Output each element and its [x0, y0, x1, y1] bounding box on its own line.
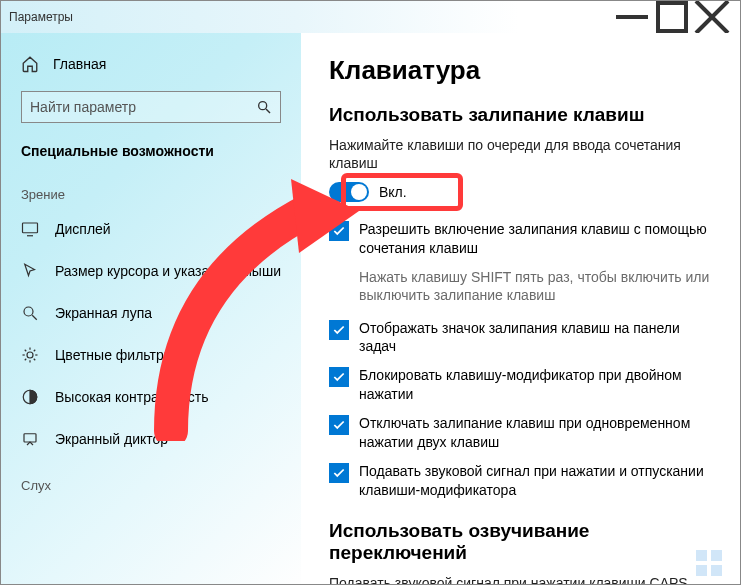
sidebar-item-display[interactable]: Дисплей [1, 208, 301, 250]
sidebar-item-label: Дисплей [55, 221, 111, 237]
sidebar-item-label: Высокая контрастность [55, 389, 208, 405]
svg-line-18 [34, 350, 36, 352]
sticky-keys-toggle[interactable] [329, 182, 369, 202]
check-sound-label: Подавать звуковой сигнал при нажатии и о… [359, 462, 712, 500]
toggle-label: Вкл. [379, 184, 407, 200]
svg-rect-20 [24, 434, 36, 442]
check-lock-label: Блокировать клавишу-модификатор при двой… [359, 366, 712, 404]
sidebar: Главная Специальные возможности Зрение Д… [1, 33, 301, 584]
content-pane: Клавиатура Использовать залипание клавиш… [301, 33, 740, 584]
minimize-button[interactable] [612, 3, 652, 31]
page-title: Клавиатура [329, 55, 712, 86]
check-shortcut-label: Разрешить включение залипания клавиш с п… [359, 220, 712, 258]
close-button[interactable] [692, 3, 732, 31]
sidebar-item-high-contrast[interactable]: Высокая контрастность [1, 376, 301, 418]
sidebar-item-label: Размер курсора и указателя мыши [55, 263, 281, 279]
display-icon [21, 220, 39, 238]
sidebar-item-narrator[interactable]: Экранный диктор [1, 418, 301, 460]
sidebar-item-label: Экранный диктор [55, 431, 168, 447]
titlebar: Параметры [1, 1, 740, 33]
home-label: Главная [53, 56, 106, 72]
svg-line-16 [34, 359, 36, 361]
home-nav[interactable]: Главная [1, 47, 301, 81]
svg-line-15 [25, 350, 27, 352]
svg-line-17 [25, 359, 27, 361]
sidebar-item-cursor[interactable]: Размер курсора и указателя мыши [1, 250, 301, 292]
svg-rect-6 [23, 223, 38, 233]
check-shortcut[interactable] [329, 221, 349, 241]
sun-icon [21, 346, 39, 364]
svg-point-8 [24, 307, 33, 316]
sticky-keys-desc: Нажимайте клавиши по очереди для ввода с… [329, 136, 712, 172]
cursor-icon [21, 262, 39, 280]
check-lock-modifier[interactable] [329, 367, 349, 387]
sidebar-item-label: Цветные фильтры [55, 347, 174, 363]
check-taskbar-icon[interactable] [329, 320, 349, 340]
group-hearing: Слух [1, 460, 301, 499]
toggle-keys-heading: Использовать озвучивание переключений [329, 520, 712, 564]
contrast-icon [21, 388, 39, 406]
svg-rect-1 [658, 3, 686, 31]
window-title: Параметры [9, 10, 612, 24]
maximize-button[interactable] [652, 3, 692, 31]
sidebar-item-label: Экранная лупа [55, 305, 152, 321]
svg-point-10 [27, 352, 33, 358]
home-icon [21, 55, 39, 73]
search-box[interactable] [21, 91, 281, 123]
magnifier-icon [21, 304, 39, 322]
narrator-icon [21, 430, 39, 448]
check-taskbar-label: Отображать значок залипания клавиш на па… [359, 319, 712, 357]
svg-line-9 [32, 315, 37, 320]
section-heading: Специальные возможности [1, 137, 301, 169]
group-vision: Зрение [1, 169, 301, 208]
sidebar-item-magnifier[interactable]: Экранная лупа [1, 292, 301, 334]
sticky-keys-heading: Использовать залипание клавиш [329, 104, 712, 126]
check-turnoff-two-keys[interactable] [329, 415, 349, 435]
watermark-icon [696, 550, 722, 576]
svg-point-4 [259, 102, 267, 110]
sidebar-item-color-filters[interactable]: Цветные фильтры [1, 334, 301, 376]
check-sound-modifier[interactable] [329, 463, 349, 483]
toggle-keys-desc: Подавать звуковой сигнал при нажатии кла… [329, 574, 712, 584]
svg-line-5 [266, 109, 270, 113]
check-turnoff-label: Отключать залипание клавиш при одновреме… [359, 414, 712, 452]
search-icon [256, 99, 272, 115]
check-shortcut-hint: Нажать клавишу SHIFT пять раз, чтобы вкл… [359, 268, 712, 304]
search-input[interactable] [30, 99, 256, 115]
